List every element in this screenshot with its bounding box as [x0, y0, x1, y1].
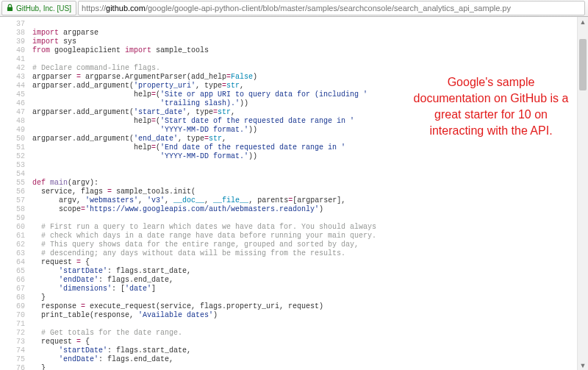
- line-number: 73: [0, 338, 32, 346]
- code-line: 75 'endDate': flags.end_date,: [0, 355, 588, 364]
- line-number: 52: [0, 152, 32, 161]
- code-text: from googleapiclient import sample_tools: [32, 46, 588, 55]
- line-number: 46: [0, 99, 32, 108]
- code-text: 'endDate': flags.end_date,: [32, 276, 588, 285]
- code-line: 65 'startDate': flags.start_date,: [0, 267, 588, 276]
- site-identity-badge[interactable]: GitHub, Inc. [US]: [1, 1, 76, 15]
- code-line: 37: [0, 20, 588, 29]
- code-text: # check which days in a date range have …: [32, 232, 588, 241]
- line-number: 64: [0, 258, 32, 267]
- line-number: 59: [0, 214, 32, 223]
- line-number: 63: [0, 249, 32, 258]
- code-text: response = execute_request(service, flag…: [32, 302, 588, 311]
- code-viewer[interactable]: 3738import argparse39import sys40from go…: [0, 17, 588, 370]
- line-number: 44: [0, 82, 32, 90]
- line-number: 55: [0, 179, 32, 188]
- code-text: [32, 20, 588, 29]
- code-line: 66 'endDate': flags.end_date,: [0, 276, 588, 285]
- line-number: 43: [0, 73, 32, 82]
- code-text: argv, 'webmasters', 'v3', __doc__, __fil…: [32, 196, 588, 205]
- line-number: 62: [0, 241, 32, 249]
- code-text: [32, 170, 588, 179]
- code-line: 63 # descending; any days without data w…: [0, 249, 588, 258]
- browser-address-bar: GitHub, Inc. [US] https://github.com/goo…: [0, 0, 588, 17]
- line-number: 42: [0, 64, 32, 73]
- code-text: scope='https://www.googleapis.com/auth/w…: [32, 205, 588, 214]
- line-number: 72: [0, 329, 32, 338]
- code-line: 76 }: [0, 364, 588, 370]
- scroll-down-arrow-icon[interactable]: ▼: [578, 360, 588, 370]
- code-line: 57 argv, 'webmasters', 'v3', __doc__, __…: [0, 196, 588, 205]
- code-text: # Get totals for the date range.: [32, 329, 588, 338]
- code-text: [32, 320, 588, 329]
- code-line: 67 'dimensions': ['date']: [0, 285, 588, 293]
- code-text: import argparse: [32, 29, 588, 38]
- code-line: 42# Declare command-line flags.: [0, 64, 588, 73]
- code-text: 'YYYY-MM-DD format.')): [32, 152, 588, 161]
- code-text: request = {: [32, 258, 588, 267]
- line-number: 39: [0, 38, 32, 46]
- line-number: 56: [0, 188, 32, 196]
- code-line: 71: [0, 320, 588, 329]
- scroll-thumb[interactable]: [579, 39, 587, 90]
- url-scheme: https://: [82, 4, 106, 13]
- url-path: /google/google-api-python-client/blob/ma…: [146, 4, 511, 13]
- code-line: 41: [0, 55, 588, 64]
- code-text: # descending; any days without data will…: [32, 249, 588, 258]
- code-line: 68 }: [0, 293, 588, 302]
- line-number: 70: [0, 311, 32, 320]
- vertical-scrollbar[interactable]: ▲ ▼: [577, 17, 588, 370]
- line-number: 45: [0, 90, 32, 99]
- line-number: 50: [0, 135, 32, 143]
- line-number: 48: [0, 117, 32, 126]
- scroll-up-arrow-icon[interactable]: ▲: [578, 17, 588, 27]
- code-line: 73 request = {: [0, 338, 588, 346]
- code-text: # This query shows data for the entire r…: [32, 241, 588, 249]
- line-number: 67: [0, 285, 32, 293]
- code-text: [32, 214, 588, 223]
- code-line: 58 scope='https://www.googleapis.com/aut…: [0, 205, 588, 214]
- code-line: 40from googleapiclient import sample_too…: [0, 46, 588, 55]
- code-line: 56 service, flags = sample_tools.init(: [0, 188, 588, 196]
- code-line: 70 print_table(response, 'Available date…: [0, 311, 588, 320]
- code-line: 55def main(argv):: [0, 179, 588, 188]
- line-number: 76: [0, 364, 32, 370]
- page-content: 3738import argparse39import sys40from go…: [0, 17, 588, 370]
- code-line: 59: [0, 214, 588, 223]
- code-text: 'startDate': flags.start_date,: [32, 346, 588, 355]
- code-text: [32, 55, 588, 64]
- code-line: 64 request = {: [0, 258, 588, 267]
- code-text: print_table(response, 'Available dates'): [32, 311, 588, 320]
- line-number: 71: [0, 320, 32, 329]
- line-number: 68: [0, 293, 32, 302]
- line-number: 37: [0, 20, 32, 29]
- code-line: 53: [0, 161, 588, 170]
- code-text: def main(argv):: [32, 179, 588, 188]
- code-line: 69 response = execute_request(service, f…: [0, 302, 588, 311]
- url-input[interactable]: https://github.com/google/google-api-pyt…: [78, 1, 585, 15]
- line-number: 40: [0, 46, 32, 55]
- line-number: 47: [0, 108, 32, 117]
- line-number: 38: [0, 29, 32, 38]
- line-number: 41: [0, 55, 32, 64]
- code-text: # Declare command-line flags.: [32, 64, 588, 73]
- code-text: service, flags = sample_tools.init(: [32, 188, 588, 196]
- code-text: # First run a query to learn which dates…: [32, 223, 588, 232]
- url-host: github.com: [106, 4, 146, 13]
- code-text: 'endDate': flags.end_date,: [32, 355, 588, 364]
- code-line: 38import argparse: [0, 29, 588, 38]
- code-line: 54: [0, 170, 588, 179]
- line-number: 51: [0, 143, 32, 152]
- code-text: 'dimensions': ['date']: [32, 285, 588, 293]
- line-number: 66: [0, 276, 32, 285]
- line-number: 54: [0, 170, 32, 179]
- code-text: }: [32, 293, 588, 302]
- lock-icon: [7, 4, 13, 13]
- code-text: import sys: [32, 38, 588, 46]
- code-text: [32, 161, 588, 170]
- line-number: 65: [0, 267, 32, 276]
- line-number: 74: [0, 346, 32, 355]
- code-line: 60 # First run a query to learn which da…: [0, 223, 588, 232]
- line-number: 53: [0, 161, 32, 170]
- code-text: help=('End date of the requested date ra…: [32, 143, 588, 152]
